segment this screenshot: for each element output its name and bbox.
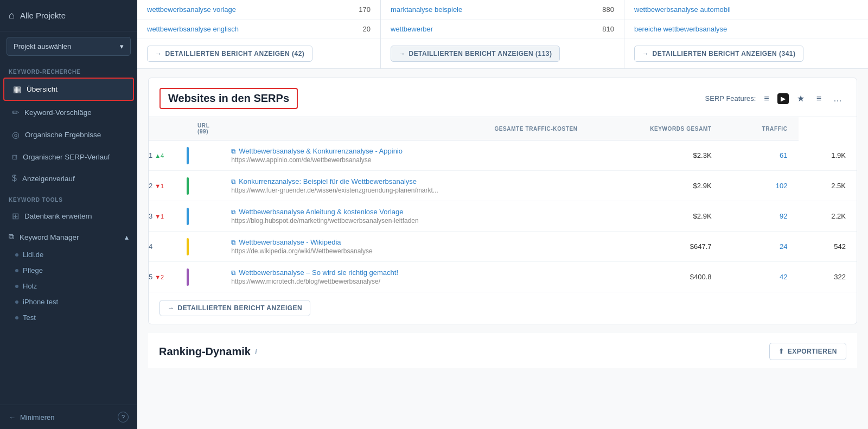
dot-icon [15, 300, 18, 304]
traffic-cell: 1.9K [799, 140, 857, 171]
kw-row: wettbewerbsanalyse englisch 20 [137, 20, 380, 39]
external-link-icon: ⧉ [231, 148, 236, 155]
sidebar-item-uebersicht[interactable]: ▦ Übersicht [3, 78, 134, 101]
kw-row: bereiche wettbewerbsanalyse [624, 20, 868, 39]
project-select-label: Projekt auswählen [14, 42, 71, 50]
dot-icon [15, 269, 18, 272]
serp-table-footer: → DETAILLIERTEN BERICHT ANZEIGEN [149, 292, 857, 324]
kw-row: marktanalyse beispiele 880 [381, 0, 624, 20]
external-link-icon: ⧉ [231, 178, 236, 185]
rank-bar-cell [187, 140, 220, 171]
serp-star-icon[interactable]: ★ [793, 91, 808, 106]
kw-detail-btn-1[interactable]: → DETAILLIERTEN BERICHT ANZEIGEN (42) [147, 46, 312, 62]
kw-link-1-2[interactable]: wettbewerbsanalyse englisch [147, 25, 239, 33]
sidebar-sub-item-lidl[interactable]: Lidl.de [0, 247, 137, 262]
dollar-icon: $ [12, 174, 17, 183]
url-title-link[interactable]: ⧉ Wettbewerbsanalyse Anleitung & kostenl… [231, 208, 577, 216]
kw-link-3-2[interactable]: bereiche wettbewerbsanalyse [634, 25, 727, 33]
kw-link-3-1[interactable]: wettbewerbsanalyse automobil [634, 5, 731, 14]
kw-vol-2-2: 810 [602, 25, 614, 33]
serp-detail-btn-label: DETAILLIERTEN BERICHT ANZEIGEN [177, 304, 302, 312]
serp-col-traffic: TRAFFIC [723, 117, 799, 140]
rank-change-down: ▼1 [155, 213, 164, 220]
serp-table-header-row: URL (99) GESAMTE TRAFFIC-KOSTEN KEYWORDS… [149, 117, 857, 140]
kw-row: wettbewerbsanalyse vorlage 170 [137, 0, 380, 20]
rank-bar-cell [187, 171, 220, 201]
sidebar-sub-item-test[interactable]: Test [0, 310, 137, 325]
serp-more-icon[interactable]: … [829, 92, 846, 106]
serp-detail-btn[interactable]: → DETAILLIERTEN BERICHT ANZEIGEN [159, 300, 310, 316]
keywords-link[interactable]: 24 [780, 242, 787, 251]
sidebar-sub-item-holz[interactable]: Holz [0, 278, 137, 294]
project-select[interactable]: Projekt auswählen ▾ [7, 37, 131, 56]
serp-video-icon[interactable]: ▶ [777, 93, 789, 104]
serp-lines-icon[interactable]: ≡ [813, 92, 825, 106]
url-sub-text: https://www.fuer-gruender.de/wissen/exis… [231, 187, 577, 194]
rank-change-up: ▲4 [155, 152, 164, 159]
keywords-link[interactable]: 92 [780, 212, 787, 220]
sidebar-item-label-keyword-vorschlaege: Keyword-Vorschläge [24, 108, 92, 117]
kw-row: wettbewerber 810 [381, 20, 624, 39]
url-title-link[interactable]: ⧉ Wettbewerbsanalyse - Wikipedia [231, 238, 577, 246]
sidebar-item-label-serp-verlauf: Organischer SERP-Verlauf [23, 153, 110, 161]
sidebar-item-keyword-vorschlaege[interactable]: ✏ Keyword-Vorschläge [3, 102, 134, 123]
url-cell: ⧉ Wettbewerbsanalyse - Wikipedia https:/… [220, 232, 588, 262]
url-title-link[interactable]: ⧉ Wettbewerbsanalyse & Konkurrenzanalyse… [231, 147, 577, 155]
kw-detail-btn-1-label: DETAILLIERTEN BERICHT ANZEIGEN (42) [165, 50, 304, 57]
external-link-icon: ⧉ [231, 208, 236, 216]
sidebar-all-projects[interactable]: ⌂ Alle Projekte [0, 0, 137, 31]
sidebar-item-label-uebersicht: Übersicht [27, 85, 58, 93]
table-row: 4 ⧉ Wettbewerbsanalyse - Wikipedia https… [149, 232, 857, 262]
kw-detail-btn-2[interactable]: → DETAILLIERTEN BERICHT ANZEIGEN (113) [391, 46, 560, 62]
keywords-link[interactable]: 61 [780, 151, 787, 159]
table-row: 1 ▲4 ⧉ Wettbewerbsanalyse & Konkurrenzan… [149, 140, 857, 171]
sidebar-sub-item-iphone-test[interactable]: iPhone test [0, 294, 137, 310]
serps-header: Websites in den SERPs SERP Features: ≡ ▶… [149, 78, 857, 117]
serps-title: Websites in den SERPs [159, 88, 298, 109]
traffic-cell: 2.2K [799, 201, 857, 232]
rank-cell: 1 ▲4 [149, 140, 187, 171]
pencil-icon: ✏ [12, 107, 19, 118]
traffic-costs-cell: $2.9K [589, 201, 723, 232]
keyword-tables: wettbewerbsanalyse vorlage 170 wettbewer… [137, 0, 868, 69]
kw-vol-1-1: 170 [359, 5, 371, 14]
url-title-link[interactable]: ⧉ Wettbewerbsanalyse – So wird sie richt… [231, 268, 577, 277]
help-icon[interactable]: ? [118, 412, 129, 422]
sidebar-footer[interactable]: ← Minimieren ? [0, 405, 137, 429]
sidebar-item-anzeigenverlauf[interactable]: $ Anzeigenverlauf [3, 168, 134, 189]
serp-list-icon[interactable]: ≡ [760, 92, 773, 106]
sidebar-sub-label-lidl: Lidl.de [23, 251, 43, 259]
sidebar-item-datenbank[interactable]: ⊞ Datenbank erweitern [3, 206, 134, 227]
upload-icon: ⬆ [778, 348, 784, 355]
url-title-link[interactable]: ⧉ Konkurrenzanalyse: Beispiel für die We… [231, 177, 577, 185]
sidebar-sub-label-holz: Holz [23, 282, 37, 290]
ranking-title: Ranking-Dynamik i [159, 345, 257, 358]
dot-icon [15, 316, 18, 319]
sidebar-sub-item-pflege[interactable]: Pflege [0, 262, 137, 278]
sidebar-item-label-anzeigenverlauf: Anzeigenverlauf [22, 175, 75, 183]
export-button[interactable]: ⬆ EXPORTIEREN [769, 343, 846, 360]
traffic-costs-cell: $2.9K [589, 171, 723, 201]
table-row: 5 ▼2 ⧉ Wettbewerbsanalyse – So wird sie … [149, 262, 857, 292]
info-icon[interactable]: i [255, 348, 257, 356]
kw-link-1-1[interactable]: wettbewerbsanalyse vorlage [147, 5, 236, 14]
url-sub-text: https://www.microtech.de/blog/wettbewerb… [231, 278, 577, 285]
kw-vol-2-1: 880 [602, 5, 614, 14]
url-sub-text: https://blog.hubspot.de/marketing/wettbe… [231, 217, 577, 225]
url-cell: ⧉ Konkurrenzanalyse: Beispiel für die We… [220, 171, 588, 201]
kw-table-col-1: wettbewerbsanalyse vorlage 170 wettbewer… [137, 0, 381, 68]
sidebar-item-organische-ergebnisse[interactable]: ◎ Organische Ergebnisse [3, 124, 134, 145]
keywords-link[interactable]: 42 [780, 273, 787, 281]
traffic-cell: 2.5K [799, 171, 857, 201]
traffic-cell: 542 [799, 232, 857, 262]
keywords-cell: 61 [723, 140, 799, 171]
kw-row: wettbewerbsanalyse automobil [624, 0, 868, 20]
kw-link-2-2[interactable]: wettbewerber [391, 25, 433, 33]
kw-detail-btn-3[interactable]: → DETAILLIERTEN BERICHT ANZEIGEN (341) [634, 46, 803, 62]
keywords-link[interactable]: 102 [776, 182, 788, 190]
kw-link-2-1[interactable]: marktanalyse beispiele [391, 5, 462, 14]
main-content: wettbewerbsanalyse vorlage 170 wettbewer… [137, 0, 868, 429]
keyword-manager-header[interactable]: ⧉ Keyword Manager ▴ [0, 227, 137, 247]
sidebar-item-organischer-serp-verlauf[interactable]: ⧈ Organischer SERP-Verlauf [3, 146, 134, 167]
keyword-manager-label: Keyword Manager [20, 233, 79, 241]
